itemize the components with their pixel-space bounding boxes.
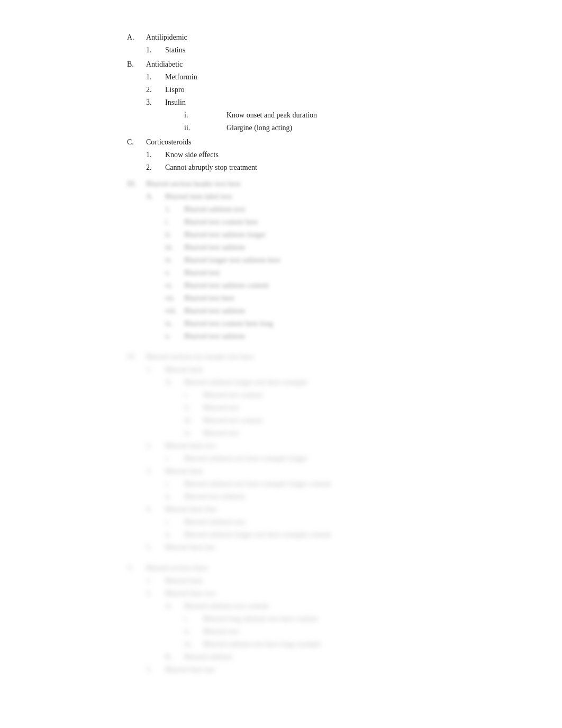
- blurred-f-sub-subitem: iii. Blurred subitem text here long exam…: [184, 639, 520, 650]
- item-text: Know side effects: [165, 149, 219, 160]
- item-text: Insulin: [165, 97, 186, 108]
- item-label: 1.: [146, 44, 165, 56]
- section-b-insulin-subitems: i. Know onset and peak duration ii. Glar…: [184, 110, 520, 133]
- blurred-d-header: III. Blurred section header text here: [127, 178, 520, 189]
- section-b-subitem-ii: ii. Glargine (long acting): [184, 122, 520, 133]
- subitem-label: i.: [184, 110, 226, 121]
- blurred-e-item4-subitems: i. Blurred subitem text ii. Blurred subi…: [165, 516, 520, 540]
- blurred-e-item: 4. Blurred item four: [146, 504, 520, 515]
- blurred-e-item: 5. Blurred item last: [146, 542, 520, 553]
- subitem-text: Know onset and peak duration: [226, 110, 317, 121]
- blurred-f-items: 1. Blurred item 2. Blurred item two A. B…: [146, 575, 520, 675]
- blurred-f-subitem: A. Blurred subitem text content: [165, 600, 520, 612]
- blurred-d-items: A. Blurred item label text 1. Blurred su…: [146, 191, 520, 342]
- section-c-item-2: 2. Cannot abruptly stop treatment: [146, 162, 520, 173]
- section-a-item-1: 1. Statins: [146, 44, 520, 56]
- blurred-e-subitem: ii. Blurred text subitem: [165, 491, 520, 502]
- item-text: Statins: [165, 44, 185, 56]
- section-b-items: 1. Metformin 2. Lispro 3. Insulin i. Kno…: [146, 71, 520, 133]
- item-label: 1.: [146, 149, 165, 160]
- section-b-subitem-i: i. Know onset and peak duration: [184, 110, 520, 121]
- item-text: Metformin: [165, 71, 197, 83]
- section-b-item-3: 3. Insulin: [146, 97, 520, 108]
- blurred-e-sub-subitem: iii. Blurred text content: [184, 415, 520, 426]
- section-c-title: Corticosteroids: [146, 136, 192, 148]
- item-label: 3.: [146, 97, 165, 108]
- blurred-e-header: IV. Blurred section two header text here: [127, 351, 520, 362]
- section-c-item-1: 1. Know side effects: [146, 149, 520, 160]
- blurred-f-item: 3. Blurred item last: [146, 664, 520, 675]
- subitem-label: ii.: [184, 122, 226, 133]
- section-c-header: C. Corticosteroids: [127, 136, 520, 148]
- blurred-section-f: V. Blurred section three 1. Blurred item…: [127, 562, 520, 675]
- blurred-section-d: III. Blurred section header text here A.…: [127, 178, 520, 342]
- blurred-e-sub-subitem: i. Blurred text content: [184, 389, 520, 401]
- section-b: B. Antidiabetic 1. Metformin 2. Lispro 3…: [127, 59, 520, 133]
- blurred-e-sub-subitem: iv. Blurred text: [184, 427, 520, 439]
- section-b-title: Antidiabetic: [146, 59, 183, 70]
- section-c: C. Corticosteroids 1. Know side effects …: [127, 136, 520, 173]
- blurred-e-items: 1. Blurred item A. Blurred subitem longe…: [146, 364, 520, 553]
- blurred-e-sub-subitems: i. Blurred text content ii. Blurred text…: [184, 389, 520, 439]
- item-label: 2.: [146, 162, 165, 173]
- section-c-label: C.: [127, 136, 146, 148]
- blurred-f-subitem: B. Blurred subitem: [165, 651, 520, 662]
- blurred-d-subitem: iv. Blurred longer text subitem here: [165, 254, 520, 266]
- subitem-text: Glargine (long acting): [226, 122, 292, 133]
- blurred-e-subitem: i. Blurred subitem text here example lon…: [165, 478, 520, 489]
- blurred-d-item: A. Blurred item label text: [146, 191, 520, 202]
- blurred-d-subitem: i. Blurred text content here: [165, 216, 520, 228]
- blurred-f-item: 1. Blurred item: [146, 575, 520, 586]
- blurred-d-subitem: v. Blurred text: [165, 267, 520, 278]
- blurred-section-e: IV. Blurred section two header text here…: [127, 351, 520, 553]
- blurred-d-subitem: 1. Blurred subitem text: [165, 204, 520, 215]
- blurred-e-item: 3. Blurred item: [146, 466, 520, 477]
- blurred-f-item: 2. Blurred item two: [146, 588, 520, 599]
- section-a-title: Antilipidemic: [146, 32, 187, 43]
- blurred-d-subitem: ii. Blurred text subitem longer: [165, 229, 520, 240]
- section-b-item-2: 2. Lispro: [146, 84, 520, 95]
- blurred-d-subitem: iii. Blurred text subitem: [165, 242, 520, 253]
- blurred-e-subitem: A. Blurred subitem longer text here exam…: [165, 377, 520, 388]
- blurred-e-sub-subitem: ii. Blurred text: [184, 402, 520, 413]
- blurred-f-header: V. Blurred section three: [127, 562, 520, 574]
- blurred-d-subitem: viii. Blurred text subitem: [165, 305, 520, 316]
- item-label: 2.: [146, 84, 165, 95]
- blurred-f-sub-subitems: i. Blurred long subitem text here conten…: [184, 613, 520, 650]
- section-c-items: 1. Know side effects 2. Cannot abruptly …: [146, 149, 520, 173]
- section-b-item-1: 1. Metformin: [146, 71, 520, 83]
- blurred-d-subitem: vii. Blurred text here: [165, 293, 520, 304]
- blurred-d-subitems: 1. Blurred subitem text i. Blurred text …: [165, 204, 520, 342]
- blurred-e-item: 1. Blurred item: [146, 364, 520, 375]
- section-a-header: A. Antilipidemic: [127, 32, 520, 43]
- blurred-f-sub-subitem: i. Blurred long subitem text here conten…: [184, 613, 520, 624]
- blurred-e-subitem: i. Blurred subitem text here example lon…: [165, 453, 520, 464]
- section-b-header: B. Antidiabetic: [127, 59, 520, 70]
- outline-container: A. Antilipidemic 1. Statins B. Antidiabe…: [127, 32, 520, 675]
- blurred-d-subitem: vi. Blurred text subitem content: [165, 280, 520, 291]
- item-text: Cannot abruptly stop treatment: [165, 162, 257, 173]
- blurred-f-sub-subitem: ii. Blurred text: [184, 626, 520, 637]
- blurred-e-item3-subitems: i. Blurred subitem text here example lon…: [165, 478, 520, 502]
- blurred-e-item2-subitems: i. Blurred subitem text here example lon…: [165, 453, 520, 464]
- blurred-f-item2-subitems: A. Blurred subitem text content i. Blurr…: [165, 600, 520, 662]
- section-a-items: 1. Statins: [146, 44, 520, 56]
- blurred-e-subitem: i. Blurred subitem text: [165, 516, 520, 527]
- blurred-d-subitem: x. Blurred text subitem: [165, 331, 520, 342]
- blurred-e-subitems: A. Blurred subitem longer text here exam…: [165, 377, 520, 439]
- section-a: A. Antilipidemic 1. Statins: [127, 32, 520, 56]
- blurred-e-subitem: ii. Blurred subitem longer text here exa…: [165, 529, 520, 540]
- item-label: 1.: [146, 71, 165, 83]
- blurred-d-subitem: ix. Blurred text content here long: [165, 318, 520, 329]
- section-a-label: A.: [127, 32, 146, 43]
- blurred-e-item: 2. Blurred item two: [146, 440, 520, 451]
- item-text: Lispro: [165, 84, 185, 95]
- section-b-label: B.: [127, 59, 146, 70]
